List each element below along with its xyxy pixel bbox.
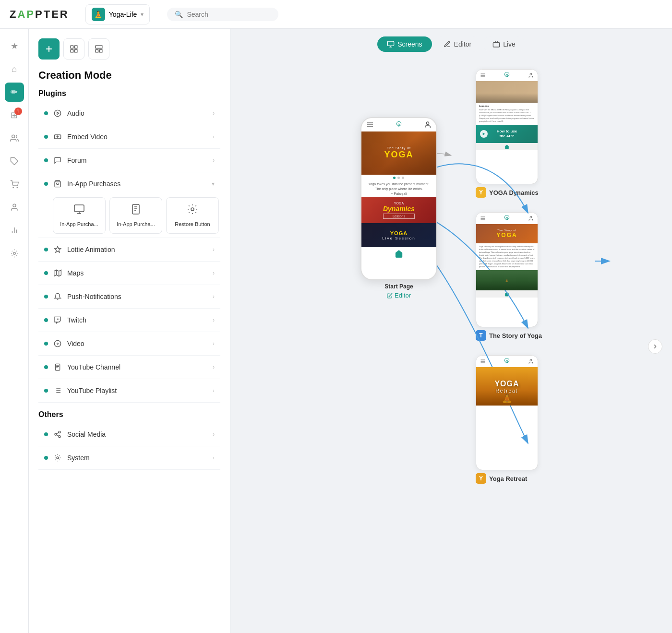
forum-icon <box>53 155 62 165</box>
search-bar[interactable]: 🔍 <box>167 8 278 21</box>
story-badge: T <box>476 330 486 341</box>
iap-card-1-label: In-App Purcha... <box>60 221 98 227</box>
editor-link[interactable]: Editor <box>387 292 411 299</box>
toolbar-layout-btn[interactable] <box>88 38 109 60</box>
plugin-dot-maps <box>44 271 48 275</box>
svg-rect-52 <box>493 43 499 47</box>
screen-card-story: The Story of YOGA Yoga's history has man… <box>476 212 542 341</box>
nav-icon-team[interactable] <box>5 198 24 217</box>
svg-point-72 <box>530 216 532 218</box>
plugin-item-twitch[interactable]: Twitch › <box>38 311 220 330</box>
restore-button-card[interactable]: Restore Button <box>166 197 219 234</box>
toolbar-grid-btn[interactable] <box>63 38 84 60</box>
nav-icon-users[interactable] <box>5 129 24 148</box>
nav-icon-grid[interactable]: ⊞ 1 <box>5 106 24 125</box>
plugin-item-forum[interactable]: Forum › <box>38 151 220 170</box>
iap-card-2-icon <box>130 203 142 218</box>
canvas-area: The Story of YOGA Yoga takes you into th… <box>230 60 672 633</box>
toolbar-add-btn[interactable] <box>38 38 60 60</box>
screen-preview-story[interactable]: The Story of YOGA Yoga's history has man… <box>476 212 538 327</box>
svg-rect-12 <box>75 46 77 48</box>
dot-2 <box>397 177 400 179</box>
search-input[interactable] <box>187 11 271 18</box>
nav-icon-puzzle[interactable] <box>5 152 24 171</box>
topbar: Z A P P T E R 🧘 Yoga-Life ▾ 🔍 <box>0 0 672 29</box>
yd-footer <box>476 143 538 150</box>
nav-icon-settings[interactable] <box>5 244 24 263</box>
plugin-item-embed-video[interactable]: Embed Video › <box>38 127 220 146</box>
plugin-item-youtube-playlist[interactable]: YouTube Playlist › <box>38 381 220 400</box>
svg-point-48 <box>57 457 59 459</box>
chevron-right-icon: › <box>213 387 215 394</box>
next-screen-button[interactable] <box>648 339 662 354</box>
chevron-right-icon: › <box>213 133 215 140</box>
chevron-right-icon: › <box>213 157 215 164</box>
chevron-right-icon: › <box>213 110 215 117</box>
logo-e: E <box>51 8 59 21</box>
retreat-hero: 🧘 YOGA Retreat <box>476 367 538 406</box>
yd-topbar <box>476 70 538 81</box>
svg-marker-29 <box>54 270 61 276</box>
svg-line-46 <box>57 435 59 436</box>
plugin-item-video[interactable]: Video › <box>38 334 220 353</box>
lotus-icon <box>395 121 403 129</box>
canvas-toolbar: Screens Editor Live <box>230 29 672 60</box>
screen-preview-retreat[interactable]: 🧘 YOGA Retreat <box>476 355 538 470</box>
tab-editor[interactable]: Editor <box>434 36 481 52</box>
plugin-label-embed-video: Embed Video <box>67 133 213 141</box>
svg-rect-22 <box>74 205 84 212</box>
plugin-item-social-media[interactable]: Social Media › <box>38 425 220 444</box>
iap-card-1[interactable]: In-App Purcha... <box>53 197 106 234</box>
screen-preview-yoga-dynamics[interactable]: Lessons Start with the BASICS MASTERED p… <box>476 69 538 184</box>
plugin-label-audio: Audio <box>67 109 213 117</box>
app-selector[interactable]: 🧘 Yoga-Life ▾ <box>85 4 150 24</box>
hamburger-icon <box>366 121 374 129</box>
sidebar-toolbar <box>38 38 220 60</box>
plugin-label-video: Video <box>67 340 213 347</box>
nav-icon-edit[interactable]: ✏ <box>5 83 24 102</box>
play-icon <box>482 132 486 136</box>
svg-point-45 <box>59 436 60 438</box>
app-icon: 🧘 <box>92 8 105 21</box>
yd-video-card: How to usethe APP <box>476 125 538 143</box>
plugin-dot-system <box>44 456 48 460</box>
screen-card-retreat: 🧘 YOGA Retreat Y Yoga Retreat <box>476 355 542 484</box>
plugin-dot-yt-playlist <box>44 389 48 393</box>
plugin-item-audio[interactable]: Audio › <box>38 104 220 123</box>
plugin-label-iap: In-App Purchases <box>67 180 212 188</box>
svg-marker-28 <box>54 247 60 253</box>
iap-card-2[interactable]: In-App Purcha... <box>109 197 162 234</box>
home-icon <box>504 144 509 149</box>
svg-rect-13 <box>71 50 73 52</box>
plugin-item-youtube-channel[interactable]: YouTube Channel › <box>38 358 220 377</box>
main-canvas: Screens Editor Live <box>230 29 672 633</box>
plugin-dot-forum <box>44 158 48 162</box>
screen-title-yoga-dynamics: Y YOGA Dynamics <box>476 187 539 198</box>
svg-rect-49 <box>388 41 394 46</box>
svg-point-76 <box>506 360 508 362</box>
plugin-item-maps[interactable]: Maps › <box>38 263 220 283</box>
plugin-item-push-notifications[interactable]: Push-Notifications › <box>38 287 220 306</box>
svg-point-44 <box>55 433 57 435</box>
svg-rect-17 <box>100 50 102 52</box>
plugin-dot-yt-channel <box>44 365 48 369</box>
lottie-icon <box>53 245 62 254</box>
story-text-content: Yoga's history has many places of obscur… <box>476 243 538 270</box>
nav-icon-star[interactable]: ★ <box>5 36 24 56</box>
plugin-label-yt-playlist: YouTube Playlist <box>67 387 213 394</box>
tab-screens[interactable]: Screens <box>377 36 432 52</box>
user-icon <box>424 121 432 129</box>
plugin-item-system[interactable]: System › <box>38 448 220 467</box>
nav-icon-home[interactable]: ⌂ <box>5 60 24 79</box>
svg-point-66 <box>530 73 532 75</box>
svg-point-65 <box>506 74 508 76</box>
dot-3 <box>402 177 404 179</box>
nav-icon-cart[interactable] <box>5 175 24 194</box>
plugin-item-lottie[interactable]: Lottie Animation › <box>38 240 220 259</box>
plugin-item-iap[interactable]: In-App Purchases ▾ <box>38 174 220 193</box>
tab-live[interactable]: Live <box>483 36 525 52</box>
phone-hero: The Story of YOGA <box>361 131 436 175</box>
nav-icon-chart[interactable] <box>5 221 24 240</box>
restore-icon <box>187 203 198 218</box>
plugin-dot-social <box>44 432 48 436</box>
